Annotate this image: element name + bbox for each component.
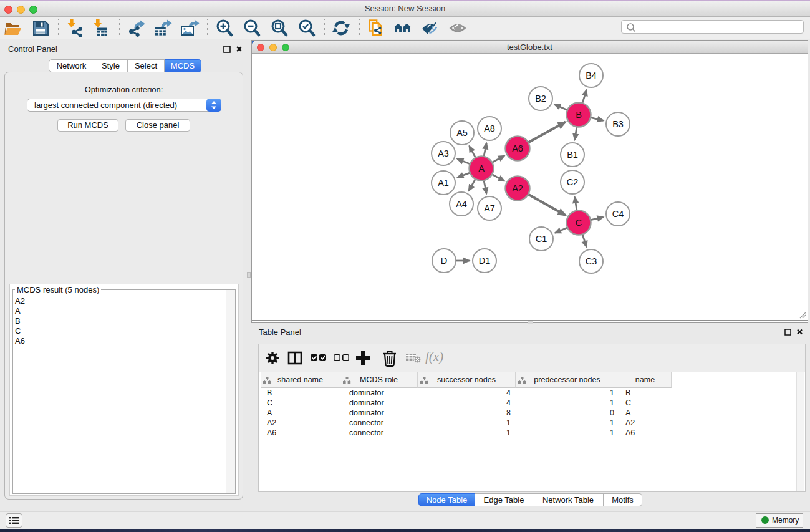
svg-text:B1: B1 — [567, 150, 578, 160]
svg-text:B: B — [576, 110, 582, 120]
svg-text:B2: B2 — [535, 94, 546, 104]
svg-text:D1: D1 — [479, 256, 491, 266]
svg-text:C3: C3 — [586, 256, 597, 266]
svg-text:A: A — [478, 163, 485, 173]
svg-text:A1: A1 — [438, 178, 449, 188]
svg-text:D: D — [441, 256, 447, 266]
svg-text:B3: B3 — [612, 119, 624, 129]
svg-text:A4: A4 — [456, 199, 467, 209]
svg-text:C2: C2 — [567, 177, 579, 187]
svg-text:A7: A7 — [484, 203, 495, 213]
svg-text:C4: C4 — [612, 209, 624, 219]
svg-text:C: C — [576, 218, 582, 228]
svg-text:C1: C1 — [536, 234, 547, 244]
svg-text:A2: A2 — [512, 183, 523, 193]
svg-text:A3: A3 — [438, 148, 449, 158]
svg-text:B4: B4 — [586, 70, 597, 80]
svg-text:A5: A5 — [456, 128, 468, 138]
svg-text:A8: A8 — [484, 123, 495, 133]
svg-text:A6: A6 — [512, 143, 523, 153]
